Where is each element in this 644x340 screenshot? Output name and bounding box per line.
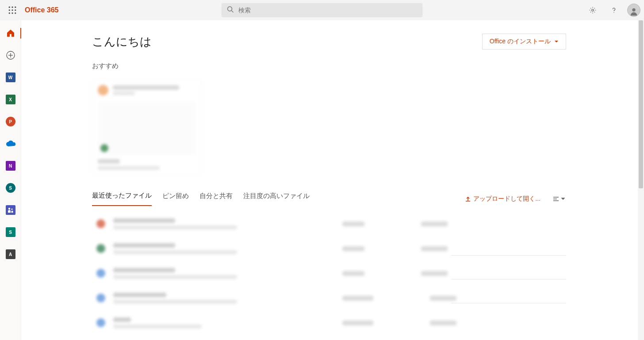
upload-open-link[interactable]: アップロードして開く...: [465, 195, 540, 203]
svg-point-1: [12, 7, 13, 8]
svg-point-2: [15, 7, 16, 8]
user-avatar[interactable]: [627, 4, 640, 17]
brand-title[interactable]: Office 365: [25, 6, 58, 14]
app-launcher-icon[interactable]: [4, 0, 21, 20]
file-row[interactable]: [92, 310, 637, 335]
onenote-icon: N: [6, 161, 15, 171]
reco-title-placeholder: [113, 85, 179, 90]
scrollbar-thumb[interactable]: [639, 20, 643, 188]
install-label: Office のインストール: [490, 38, 551, 46]
teams-icon: [6, 205, 15, 215]
main-content: こんにちは Office のインストール おすすめ 最近使ったファイル ピン留め…: [21, 20, 637, 340]
file-type-icon: [96, 219, 105, 228]
svg-point-12: [613, 12, 614, 13]
svg-point-17: [8, 208, 10, 210]
file-type-icon: [96, 244, 105, 253]
search-icon: [227, 6, 234, 15]
file-activity-placeholder: [421, 222, 448, 226]
excel-icon: X: [6, 95, 15, 104]
svg-point-0: [9, 7, 10, 8]
rail-create[interactable]: [0, 48, 21, 63]
tab-pinned[interactable]: ピン留め: [162, 192, 189, 206]
upload-label: アップロードして開く...: [473, 195, 540, 203]
reco-location-placeholder: [98, 166, 160, 170]
recommended-card[interactable]: [92, 79, 202, 176]
file-type-icon: [96, 318, 105, 327]
side-list-item[interactable]: [451, 256, 566, 279]
svg-point-13: [632, 8, 635, 11]
file-modified-placeholder: [342, 271, 364, 276]
reco-avatar: [98, 85, 108, 96]
rail-admin[interactable]: A: [0, 247, 21, 262]
rail-home[interactable]: [0, 26, 21, 41]
rail-onenote[interactable]: N: [0, 158, 21, 173]
side-list-item[interactable]: [451, 232, 566, 256]
rail-teams[interactable]: [0, 202, 21, 218]
tab-discover[interactable]: 注目度の高いファイル: [243, 192, 310, 206]
sharepoint-icon: S: [6, 183, 15, 193]
file-type-icon: [96, 294, 105, 302]
reco-file-type-icon: [100, 144, 108, 152]
tab-shared[interactable]: 自分と共有: [199, 192, 233, 206]
header-right: [585, 2, 640, 18]
rail-sharepoint[interactable]: S: [0, 180, 21, 195]
file-activity-placeholder: [421, 246, 448, 251]
header-bar: Office 365: [0, 0, 644, 20]
side-list-item[interactable]: [451, 279, 566, 303]
search-input[interactable]: [238, 7, 418, 14]
rail-onedrive[interactable]: [0, 136, 21, 151]
svg-point-3: [9, 9, 10, 11]
file-modified-placeholder: [342, 296, 373, 301]
svg-point-8: [15, 12, 16, 14]
svg-line-10: [232, 11, 234, 12]
file-type-icon: [96, 269, 105, 278]
vertical-scrollbar[interactable]: [638, 20, 644, 340]
left-app-rail: W X P N S S A: [0, 20, 21, 340]
rail-word[interactable]: W: [0, 70, 21, 85]
install-office-button[interactable]: Office のインストール: [482, 34, 566, 50]
help-icon[interactable]: [606, 2, 622, 18]
file-activity-placeholder: [421, 271, 448, 276]
list-view-icon: [552, 195, 560, 202]
search-container: [222, 3, 423, 17]
rail-powerpoint[interactable]: P: [0, 114, 21, 129]
svg-point-11: [592, 9, 594, 11]
search-box[interactable]: [222, 3, 423, 17]
upload-icon: [465, 196, 471, 202]
chevron-down-icon: [561, 197, 565, 201]
reco-filename-placeholder: [98, 159, 120, 164]
reco-subtitle-placeholder: [113, 92, 135, 95]
file-modified-placeholder: [342, 222, 364, 226]
file-modified-placeholder: [342, 246, 364, 251]
settings-icon[interactable]: [585, 2, 601, 18]
rail-sway[interactable]: S: [0, 225, 21, 240]
svg-point-4: [12, 9, 13, 11]
greeting-title: こんにちは: [92, 34, 152, 50]
onedrive-icon: [6, 141, 15, 147]
chevron-down-icon: [554, 39, 559, 44]
rail-excel[interactable]: X: [0, 92, 21, 107]
file-activity-placeholder: [430, 321, 456, 325]
side-panel-list: [451, 232, 566, 303]
svg-point-9: [228, 7, 232, 11]
svg-point-18: [11, 208, 12, 210]
recommended-heading: おすすめ: [92, 62, 637, 70]
svg-point-6: [9, 12, 10, 14]
word-icon: W: [6, 73, 15, 82]
admin-icon: A: [6, 249, 15, 259]
file-modified-placeholder: [342, 321, 373, 325]
powerpoint-icon: P: [6, 117, 15, 126]
sway-icon: S: [6, 227, 15, 237]
view-toggle[interactable]: [551, 195, 566, 202]
svg-point-7: [12, 12, 13, 14]
tab-recent[interactable]: 最近使ったファイル: [92, 191, 152, 206]
svg-point-5: [15, 9, 16, 11]
file-tabs: 最近使ったファイル ピン留め 自分と共有 注目度の高いファイル アップロードして…: [92, 191, 637, 206]
